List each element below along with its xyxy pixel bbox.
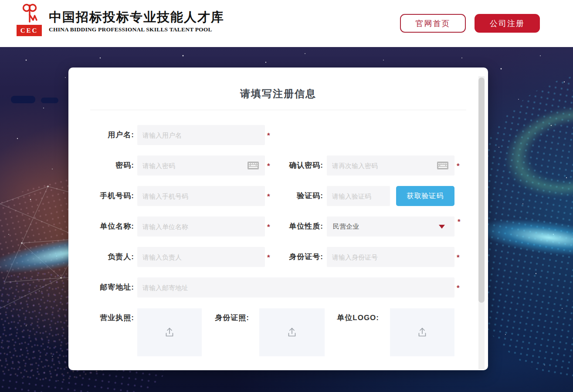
password-row: 密码: * 确认密码:: [68, 155, 488, 176]
company-type-label: 单位性质:: [260, 216, 323, 237]
caret-down-icon: [439, 225, 445, 229]
principal-row: 负责人: * 身份证号: *: [68, 247, 488, 267]
site-title-english: CHINA BIDDING PROFESSIONAL SKILLS TALENT…: [49, 26, 212, 33]
company-name-input[interactable]: [137, 216, 265, 237]
mailing-address-required-asterisk: *: [457, 277, 460, 297]
form-title: 请填写注册信息: [68, 87, 488, 101]
phone-label: 手机号码:: [68, 186, 134, 206]
registration-card: 请填写注册信息 用户名: * 密码: *: [68, 68, 488, 370]
confirm-password-label: 确认密码:: [260, 155, 323, 176]
business-license-label: 营业执照:: [68, 313, 134, 323]
company-row: 单位名称: * 单位性质: 民营企业 *: [68, 216, 488, 237]
official-home-button[interactable]: 官网首页: [400, 14, 466, 33]
username-input[interactable]: [137, 125, 265, 145]
uploads-row: 营业执照: 身份证照: 单位LOGO:: [68, 308, 488, 356]
captcha-label: 验证码:: [260, 186, 323, 206]
username-row: 用户名: *: [68, 125, 488, 145]
company-logo-upload[interactable]: [390, 308, 454, 356]
confirm-password-input[interactable]: [327, 155, 454, 176]
site-header: CEC 中国招标投标专业技能人才库 CHINA BIDDING PROFESSI…: [0, 0, 573, 47]
logo-cec-badge: CEC: [17, 25, 42, 36]
site-title-chinese: 中国招标投标专业技能人才库: [49, 9, 224, 26]
dark-slot-decoration: [11, 96, 35, 103]
principal-input[interactable]: [137, 247, 265, 267]
mailing-address-label: 邮寄地址:: [68, 277, 134, 297]
page: CEC 中国招标投标专业技能人才库 CHINA BIDDING PROFESSI…: [0, 0, 573, 392]
phone-input[interactable]: [137, 186, 265, 206]
dark-slot-decoration: [41, 98, 58, 103]
mailing-address-input[interactable]: [137, 277, 454, 297]
upload-icon: [416, 326, 428, 338]
id-number-input[interactable]: [327, 247, 454, 267]
username-required-asterisk: *: [267, 125, 270, 145]
company-type-select[interactable]: 民营企业: [327, 216, 454, 237]
company-register-button[interactable]: 公司注册: [475, 14, 540, 33]
cec-key-logo-icon: [18, 3, 41, 24]
scrollbar-thumb[interactable]: [478, 78, 485, 303]
id-photo-label: 身份证照:: [182, 313, 249, 323]
company-type-selected-value: 民营企业: [333, 216, 359, 237]
title-divider: [90, 110, 466, 110]
phone-captcha-row: 手机号码: * 验证码: 获取验证码: [68, 186, 488, 206]
password-input[interactable]: [137, 155, 265, 176]
get-captcha-button[interactable]: 获取验证码: [396, 186, 454, 206]
confirm-password-required-asterisk: *: [457, 155, 460, 176]
password-label: 密码:: [68, 155, 134, 176]
upload-icon: [286, 326, 298, 338]
principal-label: 负责人:: [68, 247, 134, 267]
id-number-label: 身份证号:: [260, 247, 323, 267]
company-type-required-asterisk: *: [458, 211, 461, 231]
upload-icon: [163, 326, 176, 338]
mailing-address-row: 邮寄地址: *: [68, 277, 488, 297]
username-label: 用户名:: [68, 125, 134, 145]
id-number-required-asterisk: *: [457, 247, 460, 267]
captcha-input[interactable]: [327, 186, 390, 206]
company-name-label: 单位名称:: [68, 216, 134, 237]
company-logo-label: 单位LOGO:: [312, 313, 379, 323]
